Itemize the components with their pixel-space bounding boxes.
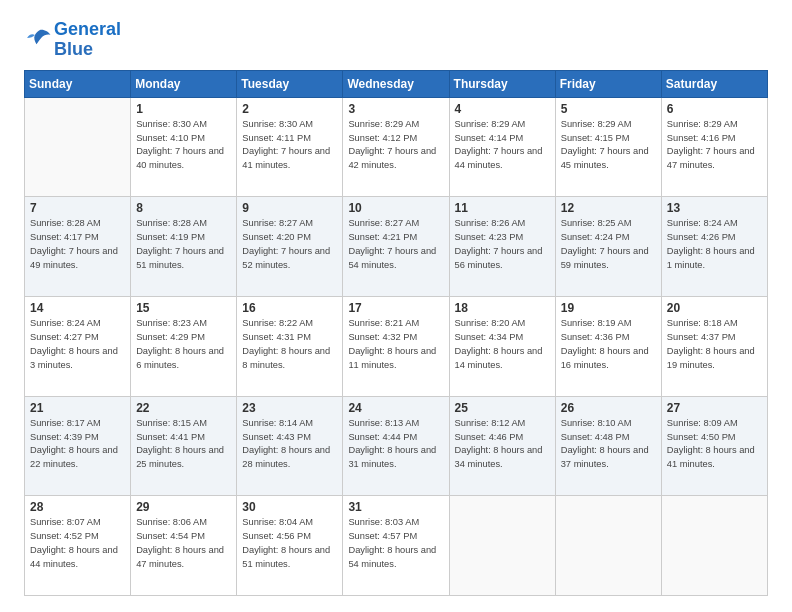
day-detail: Sunrise: 8:07 AMSunset: 4:52 PMDaylight:… xyxy=(30,516,125,572)
day-detail: Sunrise: 8:29 AMSunset: 4:14 PMDaylight:… xyxy=(455,118,550,174)
day-number: 22 xyxy=(136,401,231,415)
calendar-day-cell: 3Sunrise: 8:29 AMSunset: 4:12 PMDaylight… xyxy=(343,97,449,197)
day-number: 8 xyxy=(136,201,231,215)
day-number: 6 xyxy=(667,102,762,116)
calendar-day-cell: 20Sunrise: 8:18 AMSunset: 4:37 PMDayligh… xyxy=(661,296,767,396)
day-number: 27 xyxy=(667,401,762,415)
day-detail: Sunrise: 8:17 AMSunset: 4:39 PMDaylight:… xyxy=(30,417,125,473)
day-number: 23 xyxy=(242,401,337,415)
day-detail: Sunrise: 8:19 AMSunset: 4:36 PMDaylight:… xyxy=(561,317,656,373)
day-detail: Sunrise: 8:21 AMSunset: 4:32 PMDaylight:… xyxy=(348,317,443,373)
calendar-day-cell: 6Sunrise: 8:29 AMSunset: 4:16 PMDaylight… xyxy=(661,97,767,197)
calendar-day-cell: 10Sunrise: 8:27 AMSunset: 4:21 PMDayligh… xyxy=(343,197,449,297)
calendar-day-cell: 18Sunrise: 8:20 AMSunset: 4:34 PMDayligh… xyxy=(449,296,555,396)
calendar-day-cell: 11Sunrise: 8:26 AMSunset: 4:23 PMDayligh… xyxy=(449,197,555,297)
page: General Blue SundayMondayTuesdayWednesda… xyxy=(0,0,792,612)
day-detail: Sunrise: 8:18 AMSunset: 4:37 PMDaylight:… xyxy=(667,317,762,373)
day-number: 25 xyxy=(455,401,550,415)
logo: General Blue xyxy=(24,20,121,60)
calendar-week-row: 7Sunrise: 8:28 AMSunset: 4:17 PMDaylight… xyxy=(25,197,768,297)
day-detail: Sunrise: 8:26 AMSunset: 4:23 PMDaylight:… xyxy=(455,217,550,273)
day-number: 13 xyxy=(667,201,762,215)
calendar-header-cell: Friday xyxy=(555,70,661,97)
calendar-day-cell: 5Sunrise: 8:29 AMSunset: 4:15 PMDaylight… xyxy=(555,97,661,197)
header: General Blue xyxy=(24,20,768,60)
calendar-day-cell: 7Sunrise: 8:28 AMSunset: 4:17 PMDaylight… xyxy=(25,197,131,297)
day-detail: Sunrise: 8:13 AMSunset: 4:44 PMDaylight:… xyxy=(348,417,443,473)
day-number: 14 xyxy=(30,301,125,315)
day-detail: Sunrise: 8:04 AMSunset: 4:56 PMDaylight:… xyxy=(242,516,337,572)
day-detail: Sunrise: 8:28 AMSunset: 4:19 PMDaylight:… xyxy=(136,217,231,273)
day-number: 26 xyxy=(561,401,656,415)
calendar-header-row: SundayMondayTuesdayWednesdayThursdayFrid… xyxy=(25,70,768,97)
day-number: 17 xyxy=(348,301,443,315)
day-number: 7 xyxy=(30,201,125,215)
calendar-day-cell xyxy=(449,496,555,596)
calendar-day-cell: 14Sunrise: 8:24 AMSunset: 4:27 PMDayligh… xyxy=(25,296,131,396)
day-detail: Sunrise: 8:24 AMSunset: 4:27 PMDaylight:… xyxy=(30,317,125,373)
calendar-header-cell: Thursday xyxy=(449,70,555,97)
calendar-header-cell: Monday xyxy=(131,70,237,97)
calendar-day-cell: 21Sunrise: 8:17 AMSunset: 4:39 PMDayligh… xyxy=(25,396,131,496)
day-number: 20 xyxy=(667,301,762,315)
calendar-day-cell: 2Sunrise: 8:30 AMSunset: 4:11 PMDaylight… xyxy=(237,97,343,197)
day-detail: Sunrise: 8:30 AMSunset: 4:10 PMDaylight:… xyxy=(136,118,231,174)
day-detail: Sunrise: 8:29 AMSunset: 4:15 PMDaylight:… xyxy=(561,118,656,174)
day-detail: Sunrise: 8:20 AMSunset: 4:34 PMDaylight:… xyxy=(455,317,550,373)
calendar-header-cell: Tuesday xyxy=(237,70,343,97)
day-detail: Sunrise: 8:25 AMSunset: 4:24 PMDaylight:… xyxy=(561,217,656,273)
day-detail: Sunrise: 8:30 AMSunset: 4:11 PMDaylight:… xyxy=(242,118,337,174)
day-number: 2 xyxy=(242,102,337,116)
day-number: 12 xyxy=(561,201,656,215)
logo-text: General Blue xyxy=(54,20,121,60)
day-number: 30 xyxy=(242,500,337,514)
calendar-day-cell xyxy=(25,97,131,197)
calendar-week-row: 21Sunrise: 8:17 AMSunset: 4:39 PMDayligh… xyxy=(25,396,768,496)
calendar-day-cell: 29Sunrise: 8:06 AMSunset: 4:54 PMDayligh… xyxy=(131,496,237,596)
calendar-week-row: 28Sunrise: 8:07 AMSunset: 4:52 PMDayligh… xyxy=(25,496,768,596)
day-number: 9 xyxy=(242,201,337,215)
calendar-day-cell xyxy=(661,496,767,596)
day-number: 21 xyxy=(30,401,125,415)
day-detail: Sunrise: 8:03 AMSunset: 4:57 PMDaylight:… xyxy=(348,516,443,572)
day-number: 5 xyxy=(561,102,656,116)
calendar-day-cell: 27Sunrise: 8:09 AMSunset: 4:50 PMDayligh… xyxy=(661,396,767,496)
day-detail: Sunrise: 8:12 AMSunset: 4:46 PMDaylight:… xyxy=(455,417,550,473)
day-detail: Sunrise: 8:23 AMSunset: 4:29 PMDaylight:… xyxy=(136,317,231,373)
calendar-day-cell: 28Sunrise: 8:07 AMSunset: 4:52 PMDayligh… xyxy=(25,496,131,596)
calendar-day-cell: 9Sunrise: 8:27 AMSunset: 4:20 PMDaylight… xyxy=(237,197,343,297)
day-detail: Sunrise: 8:06 AMSunset: 4:54 PMDaylight:… xyxy=(136,516,231,572)
calendar-header-cell: Saturday xyxy=(661,70,767,97)
day-detail: Sunrise: 8:27 AMSunset: 4:21 PMDaylight:… xyxy=(348,217,443,273)
day-number: 3 xyxy=(348,102,443,116)
calendar-day-cell: 17Sunrise: 8:21 AMSunset: 4:32 PMDayligh… xyxy=(343,296,449,396)
day-detail: Sunrise: 8:10 AMSunset: 4:48 PMDaylight:… xyxy=(561,417,656,473)
calendar-day-cell: 25Sunrise: 8:12 AMSunset: 4:46 PMDayligh… xyxy=(449,396,555,496)
day-detail: Sunrise: 8:29 AMSunset: 4:12 PMDaylight:… xyxy=(348,118,443,174)
day-number: 16 xyxy=(242,301,337,315)
calendar-day-cell: 22Sunrise: 8:15 AMSunset: 4:41 PMDayligh… xyxy=(131,396,237,496)
calendar-day-cell: 24Sunrise: 8:13 AMSunset: 4:44 PMDayligh… xyxy=(343,396,449,496)
day-number: 19 xyxy=(561,301,656,315)
calendar-day-cell: 16Sunrise: 8:22 AMSunset: 4:31 PMDayligh… xyxy=(237,296,343,396)
day-number: 18 xyxy=(455,301,550,315)
day-detail: Sunrise: 8:14 AMSunset: 4:43 PMDaylight:… xyxy=(242,417,337,473)
day-number: 31 xyxy=(348,500,443,514)
day-number: 28 xyxy=(30,500,125,514)
day-detail: Sunrise: 8:09 AMSunset: 4:50 PMDaylight:… xyxy=(667,417,762,473)
day-number: 29 xyxy=(136,500,231,514)
logo-bird-icon xyxy=(24,27,52,49)
day-detail: Sunrise: 8:15 AMSunset: 4:41 PMDaylight:… xyxy=(136,417,231,473)
calendar-day-cell: 15Sunrise: 8:23 AMSunset: 4:29 PMDayligh… xyxy=(131,296,237,396)
calendar-day-cell: 19Sunrise: 8:19 AMSunset: 4:36 PMDayligh… xyxy=(555,296,661,396)
calendar-day-cell: 13Sunrise: 8:24 AMSunset: 4:26 PMDayligh… xyxy=(661,197,767,297)
day-detail: Sunrise: 8:27 AMSunset: 4:20 PMDaylight:… xyxy=(242,217,337,273)
day-number: 10 xyxy=(348,201,443,215)
calendar-day-cell: 23Sunrise: 8:14 AMSunset: 4:43 PMDayligh… xyxy=(237,396,343,496)
calendar-day-cell: 31Sunrise: 8:03 AMSunset: 4:57 PMDayligh… xyxy=(343,496,449,596)
day-detail: Sunrise: 8:28 AMSunset: 4:17 PMDaylight:… xyxy=(30,217,125,273)
calendar-day-cell: 1Sunrise: 8:30 AMSunset: 4:10 PMDaylight… xyxy=(131,97,237,197)
calendar-table: SundayMondayTuesdayWednesdayThursdayFrid… xyxy=(24,70,768,596)
day-number: 11 xyxy=(455,201,550,215)
day-detail: Sunrise: 8:24 AMSunset: 4:26 PMDaylight:… xyxy=(667,217,762,273)
